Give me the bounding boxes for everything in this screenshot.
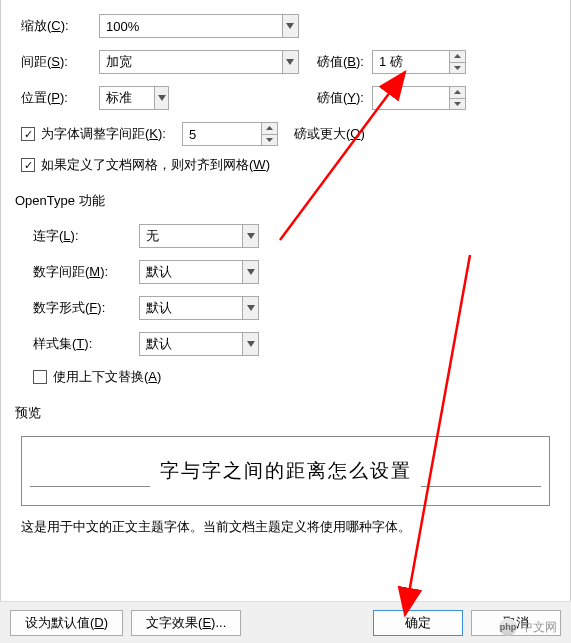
position-combo[interactable] bbox=[99, 86, 169, 110]
spacing-dropdown-btn[interactable] bbox=[282, 51, 299, 73]
preview-text: 字与字之间的距离怎么设置 bbox=[160, 458, 412, 484]
chevron-down-icon bbox=[247, 341, 255, 347]
numspace-combo[interactable] bbox=[139, 260, 259, 284]
chevron-down-icon bbox=[247, 305, 255, 311]
kerning-unit-label: 磅或更大(O) bbox=[294, 125, 365, 143]
preview-underline-left bbox=[30, 486, 150, 487]
kerning-down[interactable] bbox=[262, 135, 277, 146]
scale-input[interactable] bbox=[100, 15, 282, 37]
spacing-amount-input[interactable] bbox=[373, 51, 449, 73]
spacing-amount-up[interactable] bbox=[450, 51, 465, 63]
numform-dropdown-btn[interactable] bbox=[242, 297, 258, 319]
numform-input[interactable] bbox=[140, 297, 242, 319]
styleset-combo[interactable] bbox=[139, 332, 259, 356]
kerning-checkbox[interactable] bbox=[21, 127, 35, 141]
ligature-input[interactable] bbox=[140, 225, 242, 247]
position-input[interactable] bbox=[100, 87, 154, 109]
numform-label: 数字形式(F): bbox=[33, 299, 131, 317]
styleset-input[interactable] bbox=[140, 333, 242, 355]
dialog-button-bar: 设为默认值(D) 文字效果(E)... 确定 取消 bbox=[0, 601, 571, 643]
spacing-amount-label: 磅值(B): bbox=[317, 53, 364, 71]
set-default-button[interactable]: 设为默认值(D) bbox=[10, 610, 123, 636]
chevron-down-icon bbox=[454, 66, 461, 70]
chevron-down-icon bbox=[158, 95, 166, 101]
numspace-label: 数字间距(M): bbox=[33, 263, 131, 281]
snap-checkbox[interactable] bbox=[21, 158, 35, 172]
kerning-label: 为字体调整字间距(K): bbox=[41, 125, 166, 143]
snap-label: 如果定义了文档网格，则对齐到网格(W) bbox=[41, 156, 270, 174]
kerning-spinner[interactable] bbox=[182, 122, 278, 146]
chevron-down-icon bbox=[247, 269, 255, 275]
chevron-down-icon bbox=[266, 138, 273, 142]
font-description: 这是用于中文的正文主题字体。当前文档主题定义将使用哪种字体。 bbox=[21, 518, 550, 536]
styleset-dropdown-btn[interactable] bbox=[242, 333, 258, 355]
ligature-combo[interactable] bbox=[139, 224, 259, 248]
chevron-up-icon bbox=[266, 126, 273, 130]
spacing-amount-down[interactable] bbox=[450, 63, 465, 74]
position-amount-down[interactable] bbox=[450, 99, 465, 110]
ok-button[interactable]: 确定 bbox=[373, 610, 463, 636]
styleset-label: 样式集(T): bbox=[33, 335, 131, 353]
numspace-dropdown-btn[interactable] bbox=[242, 261, 258, 283]
ligature-label: 连字(L): bbox=[33, 227, 131, 245]
spacing-combo[interactable] bbox=[99, 50, 299, 74]
position-amount-spinner[interactable] bbox=[372, 86, 466, 110]
context-checkbox[interactable] bbox=[33, 370, 47, 384]
position-amount-input[interactable] bbox=[373, 87, 449, 109]
spacing-amount-spinner[interactable] bbox=[372, 50, 466, 74]
chevron-down-icon bbox=[454, 102, 461, 106]
position-amount-label: 磅值(Y): bbox=[317, 89, 364, 107]
position-label: 位置(P): bbox=[21, 89, 91, 107]
context-label: 使用上下文替换(A) bbox=[53, 368, 161, 386]
chevron-down-icon bbox=[286, 23, 294, 29]
position-amount-up[interactable] bbox=[450, 87, 465, 99]
spacing-input[interactable] bbox=[100, 51, 282, 73]
preview-box: 字与字之间的距离怎么设置 bbox=[21, 436, 550, 506]
scale-label: 缩放(C): bbox=[21, 17, 91, 35]
ligature-dropdown-btn[interactable] bbox=[242, 225, 258, 247]
kerning-up[interactable] bbox=[262, 123, 277, 135]
text-effects-button[interactable]: 文字效果(E)... bbox=[131, 610, 241, 636]
opentype-section-title: OpenType 功能 bbox=[15, 192, 550, 210]
preview-title: 预览 bbox=[15, 404, 550, 422]
chevron-up-icon bbox=[454, 90, 461, 94]
chevron-down-icon bbox=[286, 59, 294, 65]
cancel-button[interactable]: 取消 bbox=[471, 610, 561, 636]
numspace-input[interactable] bbox=[140, 261, 242, 283]
scale-dropdown-btn[interactable] bbox=[282, 15, 299, 37]
numform-combo[interactable] bbox=[139, 296, 259, 320]
scale-combo[interactable] bbox=[99, 14, 299, 38]
spacing-label: 间距(S): bbox=[21, 53, 91, 71]
preview-underline-right bbox=[421, 486, 541, 487]
position-dropdown-btn[interactable] bbox=[154, 87, 168, 109]
chevron-up-icon bbox=[454, 54, 461, 58]
chevron-down-icon bbox=[247, 233, 255, 239]
kerning-input[interactable] bbox=[183, 123, 261, 145]
